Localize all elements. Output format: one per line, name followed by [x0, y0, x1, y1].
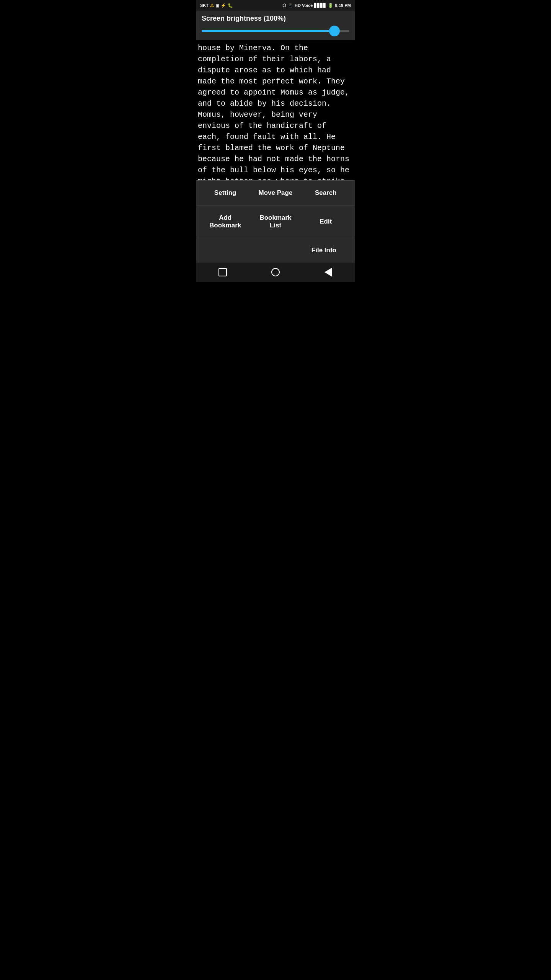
- home-icon: [271, 268, 280, 276]
- search-button[interactable]: Search: [301, 188, 351, 198]
- battery-icon: 🔋: [328, 3, 333, 8]
- hd-voice-label: HD Voice: [295, 3, 313, 8]
- brightness-control: Screen brightness (100%): [196, 11, 355, 40]
- back-icon: [324, 268, 332, 277]
- bluetooth-icon: ⬡: [282, 3, 286, 8]
- bottom-menu: Setting Move Page Search Add Bookmark Bo…: [196, 180, 355, 263]
- time-label: 8:19 PM: [335, 3, 351, 8]
- brightness-slider[interactable]: [202, 26, 349, 36]
- warning-icon: ⚠: [210, 3, 214, 8]
- status-right: ⬡ 📱 HD Voice ▋▋▋▋ 🔋 8:19 PM: [282, 3, 351, 8]
- phone-icon: 📱: [288, 3, 293, 8]
- bookmark-list-button[interactable]: Bookmark List: [250, 212, 300, 231]
- menu-row-3: File Info: [196, 238, 355, 263]
- nav-bar: [196, 263, 355, 282]
- menu-row-1: Setting Move Page Search: [196, 181, 355, 206]
- menu-row-2: Add Bookmark Bookmark List Edit: [196, 206, 355, 238]
- recent-apps-icon: [218, 268, 227, 276]
- signal-icon: ▋▋▋▋: [314, 3, 326, 8]
- recent-apps-button[interactable]: [217, 266, 228, 278]
- brightness-title: Screen brightness (100%): [202, 15, 349, 23]
- usb-icon: ⚡: [221, 3, 226, 8]
- move-page-button[interactable]: Move Page: [250, 188, 300, 198]
- file-info-button[interactable]: File Info: [308, 245, 346, 256]
- tablet-icon: ▣: [215, 3, 219, 8]
- slider-track: [202, 30, 349, 32]
- status-bar: SKT ⚠ ▣ ⚡ 🐛 ⬡ 📱 HD Voice ▋▋▋▋ 🔋 8:19 PM: [196, 0, 355, 11]
- home-button[interactable]: [270, 266, 281, 278]
- bug-icon: 🐛: [228, 3, 233, 8]
- back-button[interactable]: [323, 266, 334, 278]
- status-left: SKT ⚠ ▣ ⚡ 🐛: [200, 3, 233, 8]
- setting-button[interactable]: Setting: [200, 188, 250, 198]
- edit-button[interactable]: Edit: [301, 216, 351, 227]
- slider-thumb[interactable]: [329, 26, 340, 36]
- slider-fill: [202, 30, 334, 32]
- carrier-label: SKT: [200, 3, 209, 8]
- add-bookmark-button[interactable]: Add Bookmark: [200, 212, 250, 231]
